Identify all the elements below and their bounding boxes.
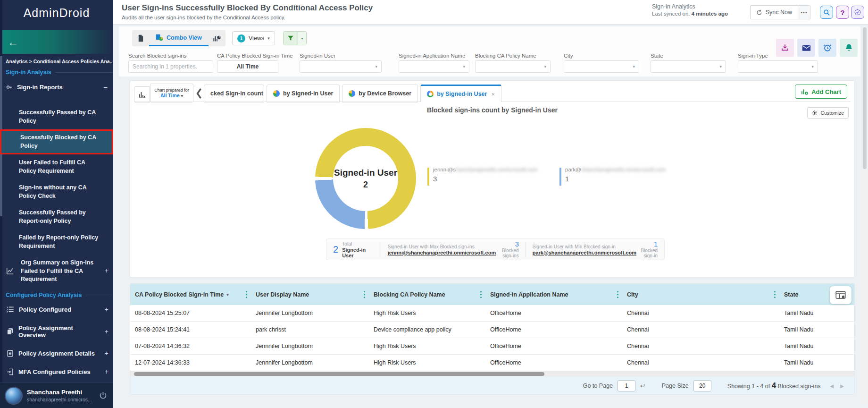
help-button[interactable]: ? [836, 6, 849, 19]
scheduled-tasks-button[interactable] [851, 6, 864, 19]
add-chart-label: Add Chart [811, 88, 841, 95]
combo-view-icon [156, 34, 163, 41]
column-chooser-button[interactable] [830, 286, 851, 304]
chart-tab-by-signed-in-user-active[interactable]: by Signed-in User × [420, 85, 501, 102]
sidebar-item-policy-assignment-overview[interactable]: Policy Assignment Overview + [0, 319, 113, 344]
search-icon [823, 9, 830, 16]
table-row[interactable]: 08-08-2024 15:24:41 park chrisst Device … [130, 322, 854, 338]
sidebar-item-mfa-configured-policies[interactable]: MFA Configured Policies + [0, 363, 113, 381]
alerts-button[interactable] [840, 39, 858, 57]
chart-panel: Chart prepared for All Time ▾ cked Sign-… [130, 80, 855, 278]
min-email-link[interactable]: park@shanchanapreethi.onmicrosoft.com [533, 250, 636, 255]
sidebar-item-policy-assignment-details[interactable]: Policy Assignment Details + [0, 344, 113, 363]
add-chart-button[interactable]: Add Chart [795, 85, 847, 99]
collapse-icon[interactable]: − [103, 83, 108, 91]
mail-icon [802, 44, 811, 51]
state-dropdown[interactable]: ▾ [651, 60, 726, 73]
city-dropdown[interactable]: ▾ [564, 60, 639, 73]
tabs-scroll-left[interactable] [193, 85, 204, 102]
data-table: CA Policy Blocked Sign-in Time ▾ User Di… [130, 283, 855, 395]
views-label: Views [249, 35, 264, 42]
cell-city: Chennai [622, 355, 779, 371]
sync-info: Sign-in Analytics Last synced on: 4 minu… [652, 3, 742, 17]
power-icon[interactable] [99, 391, 108, 400]
blocking-policy-dropdown[interactable]: ▾ [475, 60, 551, 73]
col-header-blocking-policy[interactable]: Blocking CA Policy Name [369, 284, 485, 305]
sync-button-group: Sync Now ••• [750, 5, 810, 19]
last-synced: Last synced on: 4 minutes ago [652, 11, 742, 17]
goto-page-input[interactable] [618, 380, 635, 391]
col-header-blocked-time[interactable]: CA Policy Blocked Sign-in Time ▾ [130, 284, 251, 305]
chart-type-button[interactable] [134, 86, 150, 102]
sidebar-item-passed-report-only[interactable]: Successfully Passed by Report-only Polic… [0, 204, 113, 230]
signin-reports-submenu: Successfully Passed by CA Policy Sucessf… [0, 104, 113, 288]
chart-tab-by-signed-in-user[interactable]: by Signed-in User [267, 85, 340, 102]
sidebar-item-successfully-blocked[interactable]: Sucessfully Blocked by CA Policy [0, 129, 113, 154]
chart-prepared-for-button[interactable]: Chart prepared for All Time ▾ [150, 84, 193, 102]
col-header-app-name[interactable]: Signed-in Application Name [485, 284, 622, 305]
donut-center-value: 2 [363, 180, 368, 190]
app-name-dropdown[interactable]: ▾ [399, 60, 469, 73]
close-icon[interactable]: × [491, 91, 495, 98]
col-header-user-display-name[interactable]: User Display Name [251, 284, 369, 305]
user-footer[interactable]: Shanchana Preethi shanchanapreethi.onmic… [0, 382, 113, 408]
sidebar-item-signin-reports[interactable]: Sign-in Reports − [0, 77, 113, 93]
global-search-button[interactable] [820, 6, 833, 19]
chart-tab-by-device-browser[interactable]: by Device Browser [342, 85, 418, 102]
schedule-button[interactable] [818, 39, 836, 57]
filter-dropdown-button[interactable]: ▾ [298, 32, 306, 45]
expand-icon[interactable]: + [105, 349, 108, 357]
column-menu-icon[interactable] [246, 291, 248, 298]
sync-now-button[interactable]: Sync Now [750, 5, 798, 19]
filter-button[interactable] [284, 32, 298, 45]
refresh-icon [756, 9, 762, 16]
prev-page-icon[interactable]: ◀ [830, 383, 834, 389]
vertical-scrollbar-thumb[interactable] [863, 27, 867, 169]
sidebar-item-failed-report-only[interactable]: Failed by Report-only Policy Requirement [0, 230, 113, 255]
donut-chart[interactable]: Signed-in User 2 [315, 128, 416, 229]
search-input[interactable] [128, 60, 213, 73]
sidebar-item-org-summary[interactable]: Org Summary on Sign-ins Failed to Fulfil… [0, 255, 113, 288]
column-menu-icon[interactable] [617, 291, 619, 298]
column-menu-icon[interactable] [364, 291, 366, 298]
expand-icon[interactable]: + [105, 328, 108, 335]
sidebar-item-policy-configured[interactable]: Policy Configured + [0, 300, 113, 319]
sync-more-button[interactable]: ••• [798, 5, 810, 19]
views-dropdown[interactable]: 1 Views ▾ [232, 31, 275, 45]
next-page-icon[interactable]: ▶ [840, 383, 844, 389]
expand-icon[interactable]: + [105, 266, 108, 276]
combo-view-tab[interactable]: Combo View [149, 30, 209, 46]
legend-item-min[interactable]: park@shanchanapreethi.onmicrosoft.com 1 [559, 167, 666, 186]
horizontal-scrollbar-thumb[interactable] [134, 372, 544, 376]
column-menu-icon[interactable] [774, 291, 776, 298]
cell-user-name: Jennnifer Longbottom [251, 355, 369, 371]
sidebar-item-user-failed-fulfill[interactable]: User Failed to Fulfill CA Policy Require… [0, 154, 113, 179]
sidebar-item-signins-without-check[interactable]: Sign-ins without any CA Policy Check [0, 179, 113, 204]
sidebar-item-successfully-passed[interactable]: Successfully Passed by CA Policy [0, 104, 113, 129]
cell-app: OfficeHome [485, 338, 622, 354]
chart-view-tab[interactable] [209, 30, 225, 46]
chart-tab-label: cked Sign-in count [210, 90, 263, 97]
col-header-city[interactable]: City [622, 284, 779, 305]
max-email-link[interactable]: jennni@shanchanapreethi.onmicrosoft.com [388, 250, 496, 255]
page-size-input[interactable] [693, 380, 711, 391]
sort-icon[interactable]: ▾ [226, 292, 229, 297]
showing-total: 4 [772, 381, 776, 390]
summary-min: Signed-in User with Min Blocked sign-in … [526, 242, 664, 257]
sidebar: AdminDroid ← Analytics > Conditional Acc… [0, 0, 113, 408]
expand-icon[interactable]: + [105, 368, 108, 375]
legend-item-max[interactable]: jennni@shanchanapreethi.onmicrosoft.com … [427, 167, 537, 186]
expand-icon[interactable]: + [105, 306, 108, 313]
column-menu-icon[interactable] [480, 291, 482, 298]
table-row[interactable]: 08-08-2024 15:25:07 Jennnifer Longbottom… [130, 305, 854, 322]
table-row[interactable]: 12-07-2024 14:36:33 Jennnifer Longbottom… [130, 355, 854, 371]
chart-tab-blocked-signin-count[interactable]: cked Sign-in count [204, 85, 264, 102]
table-header-row: CA Policy Blocked Sign-in Time ▾ User Di… [130, 284, 854, 305]
sidebar-item-label: Policy Configured [19, 306, 71, 313]
signin-type-dropdown[interactable]: ▾ [738, 60, 818, 73]
signed-in-user-dropdown[interactable]: ▾ [300, 60, 382, 73]
grid-view-tab[interactable] [132, 30, 149, 46]
table-row[interactable]: 07-08-2024 14:36:32 Jennnifer Longbottom… [130, 338, 854, 355]
sidebar-back-button[interactable]: ← [0, 30, 113, 54]
time-range-input[interactable] [217, 60, 278, 73]
